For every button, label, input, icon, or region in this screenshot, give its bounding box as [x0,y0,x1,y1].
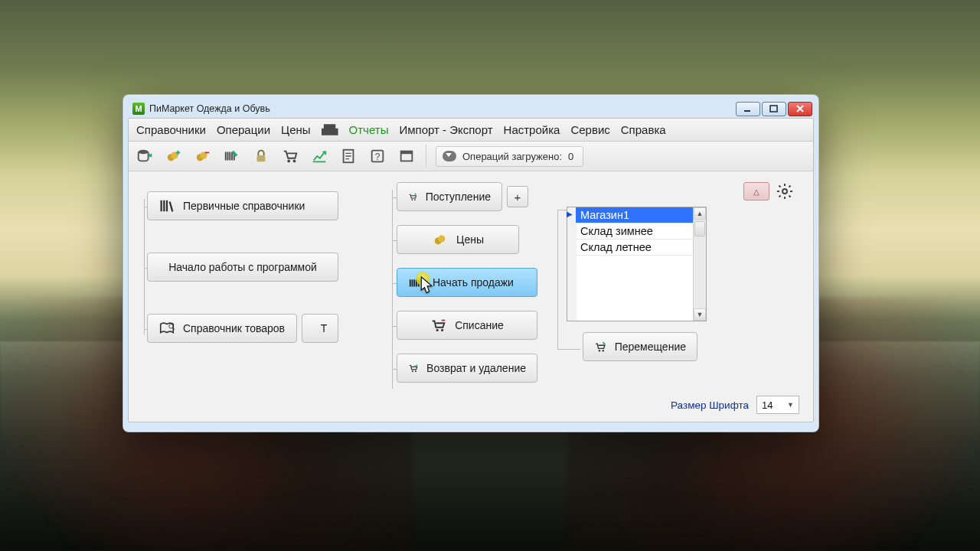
svg-point-26 [603,350,604,351]
menu-service[interactable]: Сервис [569,122,611,138]
status-label: Операций загружено: [462,151,562,162]
list-scrollbar[interactable]: ▲ ▼ [693,207,706,321]
primary-references-label: Первичные справочники [183,200,305,212]
close-button[interactable] [788,102,812,116]
menu-reports[interactable]: Отчеты [348,122,390,138]
start-sales-label: Начать продажи [433,276,514,289]
cart-minus-icon [430,317,447,334]
menu-help[interactable]: Справка [619,122,668,138]
chart-up-icon[interactable] [308,145,331,168]
titlebar[interactable]: ПиMаркет Одежда и Обувь [128,99,814,118]
db-icon[interactable] [133,145,156,168]
font-size-value: 14 [762,399,773,411]
tree-connector [392,190,393,389]
goods-reference-button[interactable]: Справочник товаров [147,314,297,343]
operations-loaded-status[interactable]: Операций загружено: 0 [436,146,583,167]
scroll-up-button[interactable]: ▲ [694,207,706,220]
receipt-button[interactable]: Поступление [397,182,502,211]
workspace: Первичные справочники Начало работы с пр… [129,171,813,422]
svg-point-23 [415,370,416,372]
writeoff-button[interactable]: Списание [397,311,537,340]
app-window: ПиMаркет Одежда и Обувь Справочники Опер… [122,94,819,432]
menu-settings[interactable]: Настройка [502,122,562,138]
toolbar-separator [426,145,426,168]
svg-rect-14 [401,152,413,155]
client-area: Справочники Операции Цены Отчеты Импорт … [128,118,814,422]
t-button-label: Т [321,322,328,334]
prices-button[interactable]: Цены [397,225,519,254]
scroll-thumb[interactable] [694,221,705,236]
svg-rect-0 [744,110,750,112]
t-button[interactable]: Т [302,314,338,343]
menu-references[interactable]: Справочники [135,122,207,138]
app-icon [132,103,145,115]
move-label: Перемещение [615,341,686,353]
prices-label: Цены [456,233,484,246]
menu-prices[interactable]: Цены [279,122,312,138]
scroll-down-button[interactable]: ▼ [694,308,706,321]
getting-started-label: Начало работы с программой [168,261,317,273]
cloud-download-icon [443,151,456,161]
svg-text:?: ? [375,152,381,162]
list-item[interactable]: Склад летнее [576,240,693,256]
warehouse-list[interactable]: Магазин1 Склад зимнее Склад летнее ▲ ▼ [575,207,707,321]
menu-operations[interactable]: Операции [215,122,272,138]
font-size-label: Размер Шрифта [671,399,749,411]
cart-plus-icon [408,188,418,205]
settings-gear-button[interactable] [776,182,794,201]
start-sales-button[interactable]: Начать продажи [397,268,537,297]
receipt-label: Поступление [426,191,491,203]
warning-icon: △ [753,187,760,196]
svg-point-2 [139,150,149,155]
menu-import-export[interactable]: Импорт - Экспорт [397,122,494,138]
minimize-button[interactable] [736,102,760,116]
svg-point-16 [411,199,413,201]
coins-minus-icon[interactable] [191,145,214,168]
svg-point-21 [441,329,443,331]
svg-point-20 [436,329,439,331]
cart-return-icon [408,360,419,377]
coins-icon [432,231,449,248]
font-size-select[interactable]: 14 ▼ [756,396,799,414]
list-item-label: Склад зимнее [580,225,653,237]
move-button[interactable]: Перемещение [583,332,697,361]
cart-move-icon [594,338,607,355]
svg-point-8 [287,160,290,163]
cart-icon[interactable] [279,145,302,168]
return-delete-button[interactable]: Возврат и удаление [397,354,537,383]
plus-label: + [514,191,521,204]
list-item-label: Склад летнее [580,241,652,253]
svg-point-17 [414,199,416,201]
document-icon[interactable] [337,145,360,168]
coins-plus-icon[interactable] [162,145,185,168]
tree-connector [144,199,145,335]
list-item-label: Магазин1 [580,209,629,221]
print-icon[interactable] [322,123,338,137]
warning-button[interactable]: △ [743,182,769,201]
tree-connector [557,210,558,349]
footer: Размер Шрифта 14 ▼ [671,396,799,414]
svg-rect-1 [770,106,777,112]
lock-icon[interactable] [250,145,273,168]
desktop-wallpaper: ПиMаркет Одежда и Обувь Справочники Опер… [0,0,980,551]
goods-reference-label: Справочник товаров [183,322,285,334]
svg-point-19 [438,236,445,243]
toolbar: ? Операций загружено: 0 [129,142,813,171]
list-item[interactable]: Магазин1 [576,207,693,223]
open-book-icon [158,320,175,337]
primary-references-button[interactable]: Первичные справочники [147,191,338,220]
svg-point-25 [599,350,600,351]
svg-point-9 [293,160,296,163]
window-title: ПиMаркет Одежда и Обувь [149,103,270,114]
barcode-pen-icon [408,274,425,291]
window-icon[interactable] [395,145,418,168]
list-item[interactable]: Склад зимнее [576,223,693,240]
menu-bar: Справочники Операции Цены Отчеты Импорт … [129,119,813,142]
help-icon[interactable]: ? [366,145,389,168]
receipt-add-button[interactable]: + [507,186,528,207]
getting-started-button[interactable]: Начало работы с программой [147,253,338,282]
svg-point-24 [782,189,787,194]
maximize-button[interactable] [762,102,786,116]
barcode-edit-icon[interactable] [220,145,243,168]
status-count: 0 [568,151,573,162]
